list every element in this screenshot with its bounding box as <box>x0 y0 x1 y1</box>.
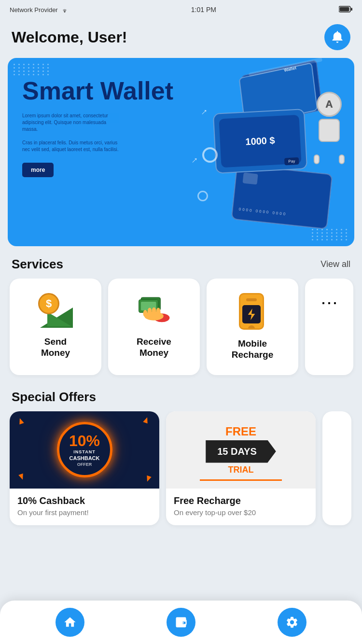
services-row: $ SendMoney <box>0 279 362 379</box>
home-nav-circle <box>56 608 84 637</box>
free-recharge-offer-card[interactable]: FREE 15 DAYS TRIAL Free Recharge On ever… <box>166 411 316 525</box>
nav-home[interactable] <box>56 608 84 637</box>
free-recharge-offer-image: FREE 15 DAYS TRIAL <box>166 411 316 489</box>
cashback-offer-title: 10% Cashback <box>17 495 152 506</box>
trial-free-label: FREE <box>225 425 256 438</box>
banner-description: Lorem ipsum dolor sit amet, consectetur … <box>22 112 119 153</box>
spark-icon <box>145 475 152 482</box>
extra-offer-card[interactable] <box>322 411 351 525</box>
trial-word-label: TRIAL <box>228 465 253 475</box>
header: Welcome, User! <box>0 19 362 58</box>
cashback-instant-label: INSTANT <box>73 449 95 454</box>
cashback-percent: 10% <box>69 433 100 448</box>
mobile-recharge-icon <box>239 293 266 330</box>
receive-money-label: ReceiveMoney <box>137 336 171 359</box>
free-recharge-offer-title: Free Recharge <box>174 495 308 506</box>
status-network: Network Provider <box>10 6 69 14</box>
banner: for(let i=0;i<32;i++) document.write('<d… <box>8 58 354 246</box>
bell-icon <box>331 30 344 44</box>
special-offers-title: Special Offers <box>12 390 96 405</box>
services-section-header: Services View all <box>0 246 362 279</box>
svg-point-10 <box>148 308 152 316</box>
cashback-text: CASHBACK <box>70 455 100 461</box>
spark-icon <box>17 417 24 424</box>
wifi-icon <box>61 7 69 13</box>
status-bar: Network Provider 1:01 PM <box>0 0 362 19</box>
wallet-icon <box>174 616 188 629</box>
trial-days-label: 15 DAYS <box>217 446 257 457</box>
services-view-all[interactable]: View all <box>320 259 350 269</box>
free-recharge-offer-info: Free Recharge On every top-up over $20 <box>166 489 316 525</box>
bottom-nav <box>0 601 362 644</box>
settings-icon <box>285 616 299 629</box>
welcome-text: Welcome, User! <box>12 28 127 46</box>
cashback-offer-subtitle: On your first payment! <box>17 508 152 517</box>
mobile-recharge-card[interactable]: MobileRecharge <box>207 279 298 375</box>
svg-marker-13 <box>248 308 255 320</box>
send-money-label: SendMoney <box>41 336 70 359</box>
svg-point-14 <box>183 622 184 623</box>
home-icon <box>63 616 77 629</box>
banner-more-button[interactable]: more <box>22 163 54 177</box>
dots-pattern-tl: for(let i=0;i<32;i++) document.write('<d… <box>14 64 50 75</box>
more-service-icon: ⋯ <box>320 293 338 313</box>
banner-content: Smart Wallet Lorem ipsum dolor sit amet,… <box>8 58 354 246</box>
nav-wallet[interactable] <box>167 608 195 637</box>
services-title: Services <box>12 257 63 272</box>
wallet-nav-circle <box>167 608 195 637</box>
svg-rect-2 <box>351 8 352 11</box>
status-time: 1:01 PM <box>191 6 216 14</box>
cashback-offer-card[interactable]: 10% INSTANT CASHBACK OFFER 10% Cashback … <box>10 411 159 525</box>
receive-money-card[interactable]: ReceiveMoney <box>108 279 200 375</box>
cashback-offer-image: 10% INSTANT CASHBACK OFFER <box>10 411 159 489</box>
svg-point-12 <box>156 308 161 316</box>
settings-nav-circle <box>278 608 306 637</box>
notification-button[interactable] <box>324 24 350 50</box>
svg-point-9 <box>143 310 148 317</box>
svg-rect-1 <box>340 7 349 11</box>
send-money-card[interactable]: $ SendMoney <box>10 279 101 375</box>
mobile-recharge-label: MobileRecharge <box>232 338 274 361</box>
trial-underline <box>200 479 282 481</box>
special-offers-section-header: Special Offers <box>0 379 362 411</box>
more-service-card[interactable]: ⋯ <box>305 279 353 375</box>
offers-row: 10% INSTANT CASHBACK OFFER 10% Cashback … <box>0 411 362 533</box>
status-battery <box>339 6 352 14</box>
battery-icon <box>339 6 352 13</box>
svg-point-11 <box>152 308 156 315</box>
nav-settings[interactable] <box>278 608 306 637</box>
receive-money-icon <box>137 293 171 328</box>
free-recharge-offer-subtitle: On every top-up over $20 <box>174 508 308 517</box>
spark-icon <box>143 416 150 423</box>
banner-title: Smart Wallet <box>22 77 340 105</box>
cashback-offer-label: OFFER <box>77 462 92 467</box>
dots-pattern-br: for(let i=0;i<32;i++) document.write('<d… <box>312 229 348 240</box>
send-money-icon: $ <box>38 293 73 328</box>
spark-icon <box>18 473 25 480</box>
cashback-offer-info: 10% Cashback On your first payment! <box>10 489 159 525</box>
